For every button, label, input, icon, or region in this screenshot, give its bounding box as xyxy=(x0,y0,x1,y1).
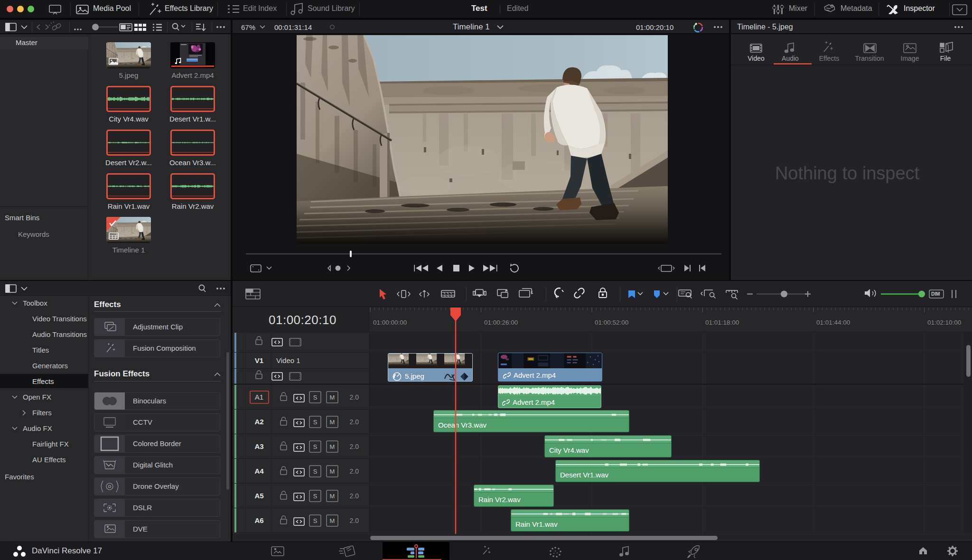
svg-text:A3: A3 xyxy=(254,442,263,450)
svg-text:S: S xyxy=(313,493,318,500)
svg-text:M: M xyxy=(330,517,335,524)
svg-text:2.0: 2.0 xyxy=(350,418,359,426)
svg-text:01:02:10:00: 01:02:10:00 xyxy=(927,319,961,326)
svg-text:A4: A4 xyxy=(254,467,264,475)
svg-text:S: S xyxy=(313,419,318,426)
svg-text:V1: V1 xyxy=(255,356,263,364)
svg-text:01:00:26:00: 01:00:26:00 xyxy=(484,319,518,326)
svg-text:01:01:44:00: 01:01:44:00 xyxy=(816,319,850,326)
svg-text:Video 1: Video 1 xyxy=(276,356,300,364)
svg-text:M: M xyxy=(330,394,335,401)
svg-text:2.0: 2.0 xyxy=(350,492,359,500)
svg-text:A5: A5 xyxy=(254,492,263,500)
svg-text:2.0: 2.0 xyxy=(350,467,359,475)
svg-text:2.0: 2.0 xyxy=(350,443,359,450)
svg-text:S: S xyxy=(313,394,318,401)
svg-text:A1: A1 xyxy=(255,393,263,401)
svg-text:M: M xyxy=(330,443,335,450)
svg-text:01:00:52:00: 01:00:52:00 xyxy=(595,319,628,326)
svg-text:2.0: 2.0 xyxy=(350,393,359,401)
svg-text:S: S xyxy=(313,468,318,475)
svg-text:S: S xyxy=(313,443,318,450)
svg-text:S: S xyxy=(313,517,318,524)
svg-text:A2: A2 xyxy=(254,418,263,426)
svg-text:01:00:00:00: 01:00:00:00 xyxy=(373,319,407,326)
svg-text:01:01:18:00: 01:01:18:00 xyxy=(705,319,739,326)
svg-text:M: M xyxy=(330,493,335,500)
svg-text:M: M xyxy=(330,419,335,426)
svg-text:M: M xyxy=(330,468,335,475)
svg-text:2.0: 2.0 xyxy=(350,517,359,524)
svg-text:A6: A6 xyxy=(254,516,263,524)
svg-text:DIM: DIM xyxy=(931,291,940,297)
